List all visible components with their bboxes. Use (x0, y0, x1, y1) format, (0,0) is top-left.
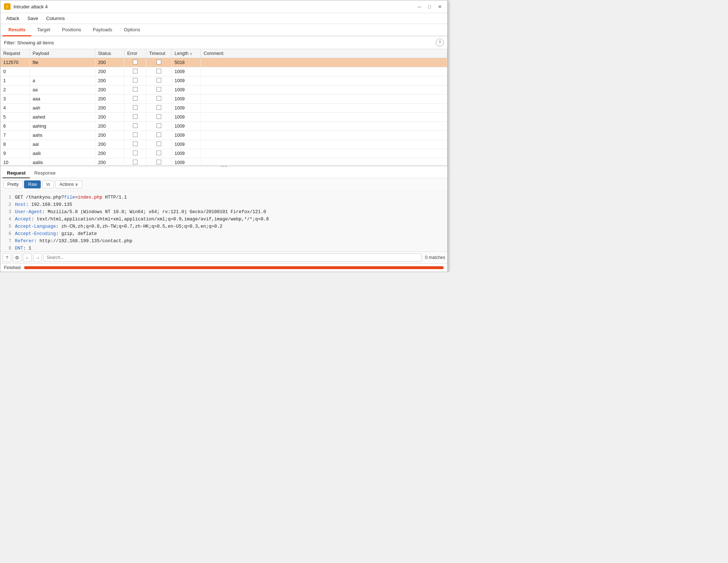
table-row[interactable]: 112570 file 200 5018 (0, 58, 447, 67)
results-table-container[interactable]: Request Payload Status Error Timeout Len… (0, 49, 447, 165)
cell-comment (201, 67, 447, 76)
code-area[interactable]: 1 GET /thankyou.php?file=index.php HTTP/… (0, 191, 447, 251)
tab-options[interactable]: Options (118, 24, 146, 36)
pretty-button[interactable]: Pretty (3, 180, 23, 188)
table-row[interactable]: 2 aa 200 1009 (0, 85, 447, 95)
timeout-checkbox (157, 87, 161, 92)
code-line-6: 6 Accept-Encoding: gzip, deflate (5, 230, 443, 237)
timeout-checkbox (157, 78, 161, 83)
forward-button[interactable]: → (33, 253, 42, 262)
search-input[interactable] (43, 253, 422, 261)
header-val-ua: : Mozilla/5.0 (Windows NT 10.0; Win64; x… (42, 209, 266, 215)
table-row[interactable]: 1 a 200 1009 (0, 76, 447, 85)
back-button[interactable]: ← (23, 253, 32, 262)
col-header-payload[interactable]: Payload (29, 49, 95, 58)
settings-icon-button[interactable]: ⚙ (13, 253, 21, 262)
cell-error (124, 95, 146, 104)
table-row[interactable]: 8 aal 200 1009 (0, 140, 447, 149)
close-button[interactable]: ✕ (436, 3, 444, 11)
match-count: 0 matches (425, 255, 445, 260)
error-checkbox (133, 141, 138, 146)
timeout-checkbox (157, 96, 161, 101)
header-key-referer: Referer (15, 239, 34, 244)
menu-attack[interactable]: Attack (3, 15, 23, 22)
error-checkbox (133, 114, 138, 119)
cell-error (124, 58, 146, 67)
header-key-accept-lang: Accept-Language (15, 224, 56, 229)
col-header-status[interactable]: Status (95, 49, 124, 58)
cell-request: 1 (0, 76, 29, 85)
cell-timeout (146, 58, 171, 67)
cell-comment (201, 131, 447, 140)
window-controls: ─ □ ✕ (415, 3, 444, 11)
menu-save[interactable]: Save (24, 15, 42, 22)
newline-button[interactable]: \n (42, 180, 54, 188)
line-num-4: 4 (5, 216, 11, 223)
cell-error (124, 76, 146, 85)
file-value: index.php (78, 195, 103, 200)
minimize-button[interactable]: ─ (415, 3, 423, 11)
table-row[interactable]: 3 aaa 200 1009 (0, 95, 447, 104)
help-button[interactable]: ? (436, 39, 444, 47)
sub-tab-request[interactable]: Request (3, 168, 30, 178)
header-val-accept: : text/html,application/xhtml+xml,applic… (31, 217, 269, 222)
cell-status: 200 (95, 149, 124, 158)
table-row[interactable]: 7 aahs 200 1009 (0, 131, 447, 140)
code-line-4: 4 Accept: text/html,application/xhtml+xm… (5, 216, 443, 223)
table-row[interactable]: 9 aalii 200 1009 (0, 149, 447, 158)
line-content-2: Host: 192.168.199.135 (15, 201, 72, 208)
bottom-bar: ? ⚙ ← → 0 matches (0, 251, 447, 263)
help-icon-button[interactable]: ? (3, 253, 11, 262)
col-header-error[interactable]: Error (124, 49, 146, 58)
cell-length: 1009 (171, 95, 201, 104)
cell-payload: aaa (29, 95, 95, 104)
cell-status: 200 (95, 158, 124, 166)
tab-results[interactable]: Results (3, 24, 31, 36)
main-tabs: Results Target Positions Payloads Option… (0, 24, 447, 36)
col-header-timeout[interactable]: Timeout (146, 49, 171, 58)
cell-timeout (146, 140, 171, 149)
cell-request: 4 (0, 104, 29, 113)
table-row[interactable]: 4 aah 200 1009 (0, 104, 447, 113)
timeout-checkbox (157, 123, 161, 128)
cell-status: 200 (95, 95, 124, 104)
menu-bar: Attack Save Columns (0, 13, 447, 24)
sub-tab-response[interactable]: Response (30, 168, 60, 178)
cell-error (124, 140, 146, 149)
cell-payload: file (29, 58, 95, 67)
code-line-5: 5 Accept-Language: zh-CN,zh;q=0.8,zh-TW;… (5, 223, 443, 230)
cell-status: 200 (95, 113, 124, 122)
cell-timeout (146, 122, 171, 131)
timeout-checkbox (157, 132, 161, 137)
header-key-accept-enc: Accept-Encoding (15, 231, 56, 236)
raw-button[interactable]: Raw (24, 180, 41, 188)
timeout-checkbox (157, 105, 161, 110)
tab-positions[interactable]: Positions (56, 24, 87, 36)
cell-request: 10 (0, 158, 29, 166)
cell-payload (29, 67, 95, 76)
table-row[interactable]: 5 aahed 200 1009 (0, 113, 447, 122)
line-content-7: Referer: http://192.168.199.135/contact.… (15, 237, 132, 245)
error-checkbox (133, 151, 138, 155)
col-header-request[interactable]: Request (0, 49, 29, 58)
cell-length: 1009 (171, 113, 201, 122)
main-window: ⚡ Intruder attack 4 ─ □ ✕ Attack Save Co… (0, 0, 448, 272)
tab-payloads[interactable]: Payloads (87, 24, 118, 36)
filter-text: Filter: Showing all items (4, 40, 436, 45)
line-num-5: 5 (5, 223, 11, 230)
cell-request: 6 (0, 122, 29, 131)
table-row[interactable]: 0 200 1009 (0, 67, 447, 76)
timeout-checkbox (157, 160, 161, 164)
col-header-length[interactable]: Length ∨ (171, 49, 201, 58)
actions-button[interactable]: Actions ∨ (55, 180, 82, 188)
col-header-comment[interactable]: Comment (201, 49, 447, 58)
error-checkbox (133, 78, 138, 83)
cell-error (124, 67, 146, 76)
table-row[interactable]: 6 aahing 200 1009 (0, 122, 447, 131)
tab-target[interactable]: Target (31, 24, 56, 36)
maximize-button[interactable]: □ (426, 3, 434, 11)
cell-timeout (146, 95, 171, 104)
menu-columns[interactable]: Columns (43, 15, 68, 22)
view-controls: Pretty Raw \n Actions ∨ (0, 178, 447, 191)
cell-comment (201, 85, 447, 95)
